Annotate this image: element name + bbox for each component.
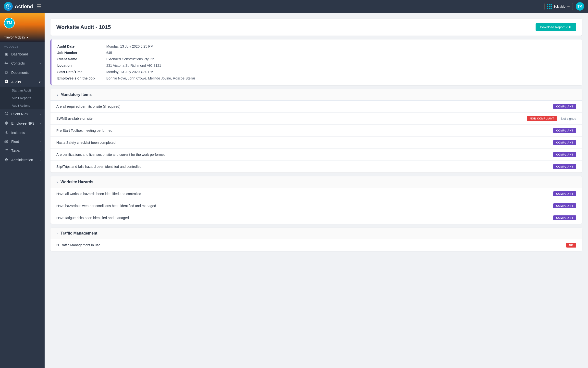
contacts-icon [4,61,9,66]
fleet-icon [4,139,9,144]
page-title: Worksite Audit - 1015 [56,24,111,30]
download-report-button[interactable]: Download Report PDF [536,23,576,31]
page-header: Worksite Audit - 1015 Download Report PD… [50,19,582,36]
tasks-icon [4,148,9,153]
compliant-badge: COMPLIANT [553,164,576,169]
compliant-badge: COMPLIANT [553,215,576,220]
sidebar-username: Trevor McBay ▼ [4,35,29,39]
compliant-badge: COMPLIANT [553,128,576,133]
sidebar-item-documents[interactable]: Documents [0,68,45,77]
job-number-label: Job Number [57,51,106,55]
app-body: TM Trevor McBay ▼ MODULES ⊞ Dashboard Co… [0,13,588,368]
sidebar-item-label: Contacts [11,61,25,65]
location-row: Location 231 Victoria St, Richmond VIC 3… [57,64,576,67]
sidebar-item-contacts[interactable]: Contacts › [0,59,45,68]
solvable-label: Solvable [553,5,565,8]
sidebar-item-audit-actions[interactable]: Audit Actions [0,102,45,109]
logo-icon [4,2,13,11]
chevron-down-icon: ∨ [39,80,41,84]
audit-date-label: Audit Date [57,44,106,48]
compliant-badge: COMPLIANT [553,104,576,109]
audits-submenu: Start an Audit Audit Reports Audit Actio… [0,87,45,109]
compliant-badge: COMPLIANT [553,140,576,145]
sidebar: TM Trevor McBay ▼ MODULES ⊞ Dashboard Co… [0,13,45,368]
client-name-row: Client Name Extended Constructions Pty L… [57,57,576,61]
audit-item-safety-checklist: Has a Safety checklist been completed CO… [50,137,582,149]
top-nav: Actiond ☰ Solvable TM TM [0,0,588,13]
section-collapse-icon[interactable]: ∨ [56,93,59,96]
audit-item-text: SWMS available on site [56,117,525,120]
mandatory-items-header: ∨ Mandatory Items [50,89,582,101]
sidebar-item-audit-reports[interactable]: Audit Reports [0,94,45,102]
chevron-right-icon: › [40,149,41,152]
sidebar-item-dashboard[interactable]: ⊞ Dashboard [0,50,45,59]
sidebar-avatar: TM [4,18,15,28]
audit-item-permits: Are all required permits onsite (if requ… [50,101,582,113]
sidebar-item-incidents[interactable]: ⚠ Incidents › [0,128,45,137]
chevron-right-icon: › [40,140,41,143]
administration-icon: ⚙ [4,158,9,162]
sidebar-item-label: Documents [11,71,29,75]
audit-item-text: Are all required permits onsite (if requ… [56,105,551,108]
chevron-right-icon: › [40,122,41,125]
sidebar-item-administration[interactable]: ⚙ Administration › [0,155,45,164]
username-caret-icon: ▼ [26,36,29,39]
main-content: Worksite Audit - 1015 Download Report PD… [45,13,588,368]
audit-item-traffic-in-use: Is Traffic Management in use NO [50,239,582,251]
audits-icon [4,79,9,84]
solvable-grid-icon [547,4,552,9]
audit-item-text: Have hazardous weather conditions been i… [56,204,551,208]
section-collapse-icon[interactable]: ∨ [56,180,59,184]
sidebar-item-label: Administration [11,158,33,162]
worksite-hazards-header: ∨ Worksite Hazards [50,176,582,188]
mandatory-items-title: Mandatory Items [61,92,92,97]
job-number-row: Job Number 645 [57,51,576,55]
sidebar-item-tasks[interactable]: Tasks › [0,146,45,155]
audit-item-text: Have all worksite hazards been identifie… [56,192,551,196]
worksite-hazards-section: ∨ Worksite Hazards Have all worksite haz… [50,176,582,224]
employees-value: Bonnie Nove, John Crowe, Melinde Jovine,… [106,76,195,80]
solvable-badge: Solvable TM [544,3,573,10]
section-collapse-icon[interactable]: ∨ [56,232,59,235]
audit-info-card: Audit Date Monday, 13 July 2020 5:25 PM … [50,39,582,85]
sidebar-item-audits[interactable]: Audits ∨ [0,77,45,87]
location-label: Location [57,64,106,67]
sidebar-item-fleet[interactable]: Fleet › [0,137,45,146]
chevron-right-icon: › [40,113,41,116]
audit-item-certifications: Are certifications and licenses onsite a… [50,149,582,161]
sidebar-user-section: TM Trevor McBay ▼ [0,13,45,42]
non-compliant-badge: NON COMPLIANT [527,116,557,121]
audit-item-extra: Not signed [561,117,576,120]
start-datetime-value: Monday, 13 July 2020 4:30 PM [106,70,153,74]
mandatory-items-section: ∨ Mandatory Items Are all required permi… [50,89,582,172]
compliant-badge: COMPLIANT [553,152,576,157]
job-number-value: 645 [106,51,112,55]
nav-right: Solvable TM TM [544,2,584,11]
employees-row: Employee s on the Job Bonnie Nove, John … [57,76,576,80]
client-name-label: Client Name [57,57,106,61]
audit-item-hazards-identified: Have all worksite hazards been identifie… [50,188,582,200]
nav-left: Actiond ☰ [4,2,41,11]
client-name-value: Extended Constructions Pty Ltd [106,57,154,61]
traffic-management-section: ∨ Traffic Management Is Traffic Manageme… [50,228,582,251]
client-nps-icon [4,112,9,117]
sidebar-item-label: Audits [11,80,21,84]
chevron-right-icon: › [40,62,41,65]
no-badge: NO [566,243,576,248]
audit-date-row: Audit Date Monday, 13 July 2020 5:25 PM [57,44,576,48]
audit-item-toolbox: Pre Start Toolbox meeting performed COMP… [50,125,582,137]
audit-item-text: Are certifications and licenses onsite a… [56,153,551,157]
sidebar-item-label: Client NPS [11,112,28,116]
start-datetime-row: Start Date/Time Monday, 13 July 2020 4:3… [57,70,576,74]
traffic-management-header: ∨ Traffic Management [50,228,582,239]
hamburger-icon[interactable]: ☰ [37,3,41,9]
sidebar-item-employee-nps[interactable]: Employee NPS › [0,119,45,128]
audit-item-text: Have fatigue risks been identified and m… [56,216,551,220]
incidents-icon: ⚠ [4,130,9,135]
sidebar-item-start-audit[interactable]: Start an Audit [0,87,45,94]
sidebar-item-label: Dashboard [11,52,28,56]
audit-item-text: Pre Start Toolbox meeting performed [56,129,551,132]
sidebar-item-client-nps[interactable]: Client NPS › [0,109,45,119]
compliant-badge: COMPLIANT [553,191,576,196]
modules-label: MODULES [0,42,45,50]
